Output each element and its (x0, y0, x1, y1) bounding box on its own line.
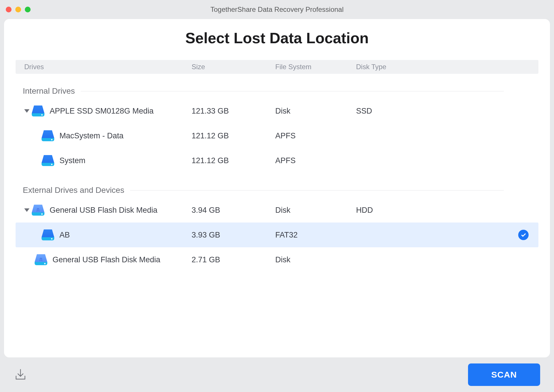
section-internal: Internal Drives (16, 86, 538, 96)
drive-name: System (59, 156, 85, 165)
drive-filesystem: Disk (275, 255, 356, 264)
drive-row-internal-child-1[interactable]: System 121.12 GB APFS (16, 148, 538, 173)
disk-icon (32, 105, 44, 116)
divider (81, 91, 504, 91)
drives-table: Drives Size File System Disk Type Intern… (4, 60, 550, 272)
drive-size: 2.71 GB (192, 255, 275, 264)
drive-disktype: HDD (356, 206, 518, 215)
section-label: Internal Drives (23, 86, 75, 96)
zoom-icon[interactable] (25, 7, 31, 12)
drive-filesystem: APFS (275, 131, 356, 140)
page-title: Select Lost Data Location (4, 29, 550, 47)
divider (130, 190, 504, 191)
table-header: Drives Size File System Disk Type (16, 60, 538, 74)
close-icon[interactable] (6, 7, 12, 12)
drive-name: General USB Flash Disk Media (53, 255, 160, 264)
drive-row-external-child-0[interactable]: AB 3.93 GB FAT32 (16, 223, 538, 247)
col-size: Size (192, 63, 275, 71)
drive-row-internal-child-0[interactable]: MacSystem - Data 121.12 GB APFS (16, 123, 538, 148)
drive-size: 121.33 GB (192, 107, 275, 116)
drive-filesystem: APFS (275, 156, 356, 165)
drive-name: General USB Flash Disk Media (50, 206, 158, 215)
col-disktype: Disk Type (356, 63, 518, 71)
content-card: Select Lost Data Location Drives Size Fi… (4, 19, 550, 357)
col-filesystem: File System (275, 63, 356, 71)
volume-icon (42, 229, 54, 240)
scan-button[interactable]: SCAN (468, 363, 540, 386)
minimize-icon[interactable] (15, 7, 21, 12)
drive-row-internal-parent[interactable]: APPLE SSD SM0128G Media 121.33 GB Disk S… (16, 99, 538, 123)
volume-icon (42, 130, 54, 141)
drive-filesystem: FAT32 (275, 231, 356, 240)
drive-name: APPLE SSD SM0128G Media (50, 107, 154, 116)
usb-disk-icon: ⎍ (32, 205, 44, 216)
import-icon[interactable] (14, 367, 27, 382)
drive-filesystem: Disk (275, 107, 356, 116)
drive-name: MacSystem - Data (59, 131, 123, 140)
drive-size: 121.12 GB (192, 156, 275, 165)
section-external: External Drives and Devices (16, 186, 538, 195)
chevron-down-icon[interactable] (24, 109, 29, 113)
selected-check-icon (518, 230, 529, 240)
drive-name: AB (59, 231, 70, 240)
window-title: TogetherShare Data Recovery Professional (0, 5, 554, 14)
footer: SCAN (0, 357, 554, 392)
drive-size: 3.93 GB (192, 231, 275, 240)
app-window: TogetherShare Data Recovery Professional… (0, 0, 554, 392)
volume-icon (42, 155, 54, 166)
drive-disktype: SSD (356, 107, 518, 116)
drive-row-external-parent[interactable]: ⎍ General USB Flash Disk Media 3.94 GB D… (16, 198, 538, 223)
drive-size: 121.12 GB (192, 131, 275, 140)
drive-row-external-extra[interactable]: ⎍ General USB Flash Disk Media 2.71 GB D… (16, 247, 538, 272)
section-label: External Drives and Devices (23, 186, 124, 195)
drive-filesystem: Disk (275, 206, 356, 215)
drive-size: 3.94 GB (192, 206, 275, 215)
col-drives: Drives (24, 63, 192, 71)
usb-disk-icon: ⎍ (35, 254, 47, 265)
titlebar: TogetherShare Data Recovery Professional (0, 0, 554, 19)
chevron-down-icon[interactable] (24, 208, 29, 212)
window-controls (6, 7, 31, 12)
